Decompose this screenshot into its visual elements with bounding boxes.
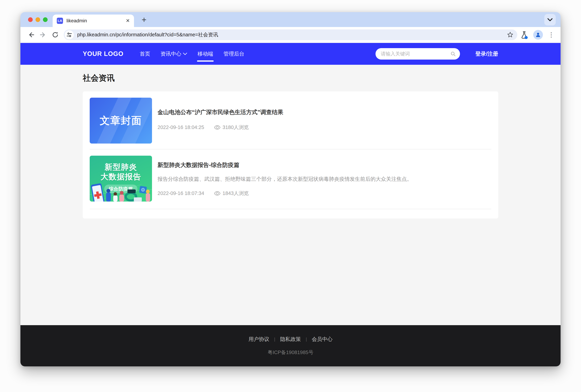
traffic-lights [28, 12, 48, 27]
url-text[interactable]: php.likeadmin.cn/pc/information/default?… [77, 31, 507, 38]
search-input[interactable] [381, 51, 450, 56]
article-list-card: 文章封面 金山电池公布“沪广深市民绿色生活方式”调查结果 2022-09-16 … [83, 92, 498, 218]
nav-item-home[interactable]: 首页 [134, 43, 155, 65]
article-date: 2022-09-16 18:07:34 [157, 190, 204, 196]
person-icon [535, 32, 541, 38]
footer-link-privacy-policy[interactable]: 隐私政策 [280, 336, 301, 343]
profile-avatar[interactable] [533, 30, 543, 40]
login-register-link[interactable]: 登录/注册 [475, 50, 498, 58]
chevron-down-icon [183, 53, 187, 55]
active-tab-indicator [197, 60, 214, 62]
forward-button[interactable] [38, 30, 48, 40]
new-tab-button[interactable]: + [139, 15, 149, 24]
footer-link-user-agreement[interactable]: 用户协议 [248, 336, 269, 343]
article-title[interactable]: 金山电池公布“沪广深市民绿色生活方式”调查结果 [157, 109, 491, 116]
bookmark-star-icon[interactable] [507, 32, 514, 38]
eye-icon [214, 125, 220, 130]
article-date: 2022-09-16 18:04:25 [157, 124, 204, 130]
site-header: YOUR LOGO 首页 资讯中心 移动端 [20, 43, 561, 65]
nav-item-label: 移动端 [197, 50, 213, 58]
tab-title: likeadmin [66, 18, 122, 24]
site-logo[interactable]: YOUR LOGO [83, 50, 123, 58]
reload-button[interactable] [50, 30, 60, 40]
page-body: 社会资讯 文章封面 金山电池公布“沪广深市民绿色生活方式”调查结果 2022-0… [20, 65, 561, 325]
icp-record-number: 粤ICP备19081985号 [268, 349, 313, 356]
thumbnail-text-line1: 新型肺炎 [104, 162, 137, 172]
nav-item-admin[interactable]: 管理后台 [218, 43, 249, 65]
browser-toolbar: php.likeadmin.cn/pc/information/default?… [20, 27, 561, 43]
footer-separator: | [274, 336, 275, 342]
browser-window: LA likeadmin ✕ + [20, 12, 561, 366]
nav-item-label: 首页 [140, 50, 150, 58]
chevron-down-icon [548, 18, 553, 21]
browser-tab[interactable]: LA likeadmin ✕ [53, 14, 134, 27]
back-button[interactable] [26, 30, 36, 40]
thumbnail-text-line2: 大数据报告 [101, 172, 141, 182]
close-window-button[interactable] [28, 17, 33, 22]
eye-icon [214, 191, 220, 196]
article-description: 报告分综合防疫篇、武汉篇、拒绝野味篇三个部分，还原本次新型冠状病毒肺炎疫情发生前… [157, 176, 491, 183]
browser-menu-button[interactable]: ⋮ [548, 32, 554, 38]
search-icon[interactable] [450, 51, 456, 56]
thumbnail-illustration [90, 182, 152, 202]
site-settings-button[interactable] [65, 30, 74, 39]
nav-item-mobile[interactable]: 移动端 [192, 43, 218, 65]
tab-strip: LA likeadmin ✕ + [20, 12, 561, 27]
article-thumbnail[interactable]: 新型肺炎 大数据报告 综合防疫篇 [90, 156, 152, 202]
tune-icon [67, 32, 72, 38]
thumbnail-text: 文章封面 [100, 114, 142, 128]
tab-search-button[interactable] [544, 14, 556, 26]
site-search [376, 48, 460, 60]
toolbar-right-icons: ⋮ [521, 30, 556, 40]
article-row[interactable]: 文章封面 金山电池公布“沪广深市民绿色生活方式”调查结果 2022-09-16 … [90, 98, 491, 144]
tab-close-icon[interactable]: ✕ [126, 18, 130, 23]
article-title[interactable]: 新型肺炎大数据报告-综合防疫篇 [157, 162, 491, 168]
nav-item-label: 资讯中心 [160, 50, 181, 58]
experiments-flask-icon[interactable] [521, 31, 528, 39]
divider [90, 149, 491, 150]
article-row[interactable]: 新型肺炎 大数据报告 综合防疫篇 [90, 156, 491, 202]
footer-link-member-center[interactable]: 会员中心 [312, 336, 333, 343]
article-views: 1843人浏览 [222, 190, 249, 197]
maximize-window-button[interactable] [43, 17, 48, 22]
tab-favicon: LA [57, 18, 63, 24]
reload-icon [52, 31, 59, 38]
back-arrow-icon [27, 31, 34, 38]
address-bar[interactable]: php.likeadmin.cn/pc/information/default?… [64, 30, 517, 40]
page-title: 社会资讯 [83, 73, 498, 84]
forward-arrow-icon [40, 31, 46, 38]
footer-separator: | [306, 336, 307, 342]
minimize-window-button[interactable] [35, 17, 40, 22]
nav-item-news-center[interactable]: 资讯中心 [155, 43, 192, 65]
site-footer: 用户协议 | 隐私政策 | 会员中心 粤ICP备19081985号 [20, 325, 561, 366]
site-nav: 首页 资讯中心 移动端 管理后台 [134, 43, 249, 65]
article-views: 3180人浏览 [222, 124, 249, 131]
divider [90, 209, 491, 209]
article-thumbnail[interactable]: 文章封面 [90, 98, 152, 144]
nav-item-label: 管理后台 [223, 50, 244, 58]
article-meta: 2022-09-16 18:07:34 1843人浏览 [157, 190, 491, 197]
article-meta: 2022-09-16 18:04:25 3180人浏览 [157, 124, 491, 131]
